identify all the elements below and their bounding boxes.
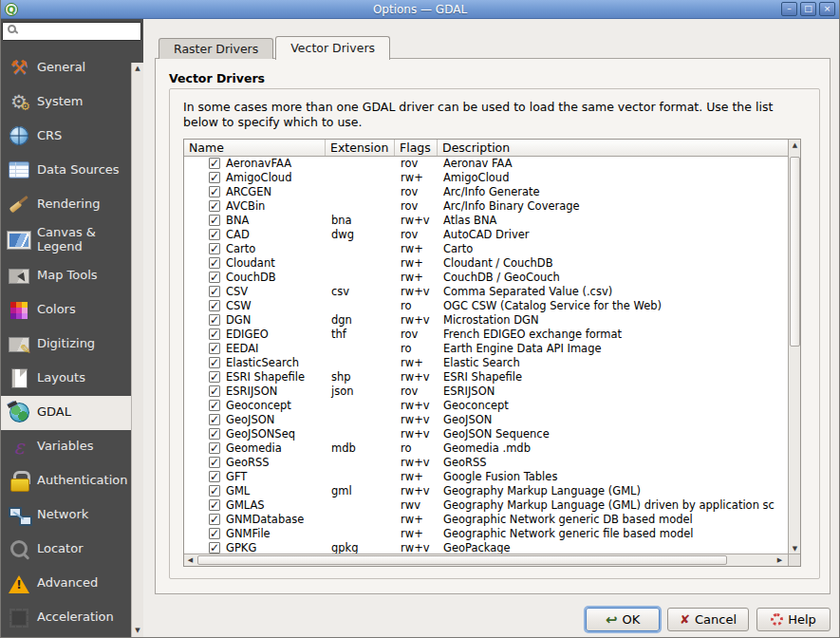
driver-checkbox[interactable] (209, 215, 220, 226)
driver-checkbox[interactable] (209, 499, 220, 511)
scroll-down-icon[interactable]: ▼ (132, 625, 143, 637)
maximize-button[interactable]: □ (800, 2, 816, 16)
minimize-button[interactable]: – (781, 2, 797, 16)
driver-checkbox[interactable] (209, 172, 220, 183)
driver-row-gnmfile[interactable]: GNMFilerw+Geographic Network generic fil… (184, 527, 790, 541)
driver-row-geoconcept[interactable]: Geoconceptrw+vGeoconcept (184, 399, 790, 413)
tab-vector-drivers[interactable]: Vector Drivers (275, 36, 390, 60)
driver-checkbox[interactable] (209, 485, 220, 497)
driver-name: ESRIJSON (226, 385, 277, 399)
driver-checkbox[interactable] (209, 371, 220, 383)
driver-row-couchdb[interactable]: CouchDBrw+CouchDB / GeoCouch (184, 271, 790, 285)
driver-checkbox[interactable] (209, 528, 220, 539)
driver-checkbox[interactable] (209, 542, 220, 554)
scroll-right-icon[interactable]: ▶ (774, 554, 786, 567)
driver-row-csv[interactable]: CSVcsvrw+vComma Separated Value (.csv) (184, 285, 790, 299)
sidebar-item-gdal[interactable]: GDAL (1, 396, 131, 430)
vscroll-thumb[interactable] (790, 157, 800, 347)
driver-checkbox[interactable] (209, 471, 220, 482)
hscroll-thumb[interactable] (197, 555, 727, 565)
sidebar-scrollbar[interactable]: ▲ ▼ (131, 63, 143, 637)
driver-row-geomedia[interactable]: GeomediamdbroGeomedia .mdb (184, 441, 790, 456)
column-header-flags[interactable]: Flags (395, 140, 438, 156)
driver-name: DGN (226, 313, 251, 328)
driver-row-georss[interactable]: GeoRSSrw+vGeoRSS (184, 456, 790, 470)
driver-checkbox[interactable] (209, 414, 220, 425)
sidebar-item-map-tools[interactable]: Map Tools (1, 259, 131, 293)
scroll-left-icon[interactable]: ◀ (184, 554, 196, 567)
driver-checkbox[interactable] (209, 186, 220, 197)
driver-row-aeronavfaa[interactable]: AeronavFAArovAeronav FAA (184, 157, 790, 171)
sidebar-item-rendering[interactable]: Rendering (1, 187, 131, 221)
driver-checkbox[interactable] (209, 328, 220, 340)
driver-row-geojson[interactable]: GeoJSONrw+vGeoJSON (184, 413, 790, 427)
table-hscrollbar[interactable]: ◀ ▶ (184, 554, 790, 566)
driver-row-amigocloud[interactable]: AmigoCloudrw+AmigoCloud (184, 171, 790, 185)
table-vscrollbar[interactable]: ▲ ▼ (788, 140, 800, 555)
sidebar-item-layouts[interactable]: Layouts (1, 362, 131, 396)
sidebar-item-locator[interactable]: Locator (1, 533, 131, 567)
driver-checkbox[interactable] (209, 300, 220, 311)
driver-row-edigeo[interactable]: EDIGEOthfrovFrench EDIGEO exchange forma… (184, 328, 790, 342)
sidebar-item-canvas-legend[interactable]: Canvas & Legend (1, 221, 131, 259)
sidebar-item-data-sources[interactable]: Data Sources (1, 153, 131, 187)
cancel-button[interactable]: ✘ Cancel (667, 608, 749, 631)
driver-row-arcgen[interactable]: ARCGENrovArc/Info Generate (184, 185, 790, 199)
titlebar[interactable]: Q Options — GDAL –□× (1, 0, 839, 19)
sidebar-item-authentication[interactable]: Authentication (1, 464, 131, 498)
driver-checkbox[interactable] (209, 314, 220, 326)
driver-checkbox[interactable] (209, 229, 220, 240)
driver-checkbox[interactable] (209, 514, 220, 525)
driver-row-esri-shapefile[interactable]: ESRI Shapefileshprw+vESRI Shapefile (184, 370, 790, 385)
driver-row-gmlas[interactable]: GMLASrwvGeography Markup Language (GML) … (184, 498, 790, 513)
driver-row-avcbin[interactable]: AVCBinrovArc/Info Binary Coverage (184, 199, 790, 214)
driver-row-gft[interactable]: GFTrw+Google Fusion Tables (184, 470, 790, 484)
driver-row-cad[interactable]: CADdwgrovAutoCAD Driver (184, 228, 790, 242)
driver-row-elasticsearch[interactable]: ElasticSearchrw+Elastic Search (184, 356, 790, 370)
driver-checkbox[interactable] (209, 428, 220, 440)
driver-checkbox[interactable] (209, 286, 220, 297)
column-header-description[interactable]: Description (438, 140, 790, 156)
driver-row-gml[interactable]: GMLgmlrw+vGeography Markup Language (GML… (184, 484, 790, 498)
driver-row-gnmdatabase[interactable]: GNMDatabaserw+Geographic Network generic… (184, 513, 790, 527)
driver-checkbox[interactable] (209, 457, 220, 468)
driver-checkbox[interactable] (209, 243, 220, 254)
driver-checkbox[interactable] (209, 158, 220, 169)
sidebar-item-network[interactable]: Network (1, 498, 131, 533)
driver-flags: rw+ (395, 356, 438, 370)
driver-row-esrijson[interactable]: ESRIJSONjsonrovESRIJSON (184, 385, 790, 399)
sidebar-item-system[interactable]: System (1, 84, 131, 119)
close-button[interactable]: × (819, 2, 835, 16)
sidebar-item-crs[interactable]: CRS (1, 119, 131, 153)
sidebar-item-acceleration[interactable]: Acceleration (1, 601, 131, 635)
driver-checkbox[interactable] (209, 357, 220, 368)
driver-row-eedai[interactable]: EEDAIroEarth Engine Data API Image (184, 342, 790, 356)
driver-checkbox[interactable] (209, 343, 220, 354)
driver-row-bna[interactable]: BNAbnarw+vAtlas BNA (184, 214, 790, 228)
tab-raster-drivers[interactable]: Raster Drivers (159, 38, 273, 59)
scroll-up-icon[interactable]: ▲ (132, 63, 143, 75)
sidebar-item-colors[interactable]: Colors (1, 293, 131, 328)
driver-name-cell: ESRIJSON (184, 385, 326, 399)
driver-checkbox[interactable] (209, 442, 220, 454)
column-header-name[interactable]: Name (184, 140, 326, 156)
driver-row-geojsonseq[interactable]: GeoJSONSeqrw+vGeoJSON Sequence (184, 427, 790, 441)
driver-checkbox[interactable] (209, 200, 220, 212)
driver-checkbox[interactable] (209, 257, 220, 269)
ok-button[interactable]: ↩ OK (586, 608, 660, 631)
sidebar-item-variables[interactable]: Variables (1, 430, 131, 464)
scroll-up-icon[interactable]: ▲ (789, 140, 801, 152)
help-button[interactable]: Help (756, 608, 831, 631)
driver-checkbox[interactable] (209, 400, 220, 411)
driver-checkbox[interactable] (209, 272, 220, 283)
settings-search-input[interactable] (2, 22, 141, 41)
driver-row-carto[interactable]: Cartorw+Carto (184, 242, 790, 256)
column-header-extension[interactable]: Extension (326, 140, 395, 156)
driver-row-dgn[interactable]: DGNdgnrw+vMicrostation DGN (184, 313, 790, 328)
sidebar-item-digitizing[interactable]: Digitizing (1, 328, 131, 362)
driver-row-csw[interactable]: CSWroOGC CSW (Catalog Service for the We… (184, 299, 790, 313)
sidebar-item-advanced[interactable]: !Advanced (1, 567, 131, 601)
driver-row-cloudant[interactable]: Cloudantrw+Cloudant / CouchDB (184, 256, 790, 271)
driver-checkbox[interactable] (209, 385, 220, 397)
sidebar-item-general[interactable]: General (1, 50, 131, 84)
